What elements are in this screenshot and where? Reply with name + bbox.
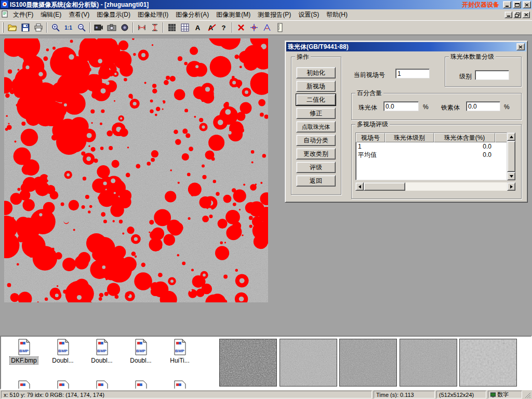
floppy-icon — [21, 23, 30, 32]
data-table-button[interactable] — [178, 21, 191, 34]
cross-marker-icon — [250, 23, 258, 32]
sample-thumbnail[interactable] — [339, 339, 397, 387]
operation-group-label: 操作 — [295, 54, 311, 60]
help-button[interactable]: ? — [217, 21, 230, 34]
close-button[interactable] — [523, 1, 531, 8]
mdi-minimize-button[interactable] — [504, 11, 512, 18]
sample-thumbnail[interactable] — [219, 339, 277, 387]
measure-height-button[interactable] — [148, 21, 161, 34]
menu-view[interactable]: 查看(V) — [65, 9, 93, 21]
change-class-button[interactable]: 更改类别 — [296, 148, 336, 159]
mdi-close-button[interactable] — [522, 11, 530, 18]
scroll-thumb[interactable] — [507, 141, 515, 172]
file-item-partial[interactable] — [83, 380, 121, 390]
micrograph-image[interactable] — [4, 38, 268, 302]
angle-measure-button[interactable] — [260, 21, 273, 34]
init-button[interactable]: 初始化 — [296, 67, 336, 78]
scroll-right-button[interactable] — [507, 182, 515, 191]
sample-thumbnail[interactable] — [459, 339, 517, 387]
bmp-file-icon: BMP — [171, 350, 188, 357]
measure-width-button[interactable] — [135, 21, 148, 34]
table-horizontal-scrollbar[interactable] — [355, 182, 515, 191]
file-item[interactable]: BMP DKF.bmp — [5, 339, 43, 366]
svg-text:BMP: BMP — [58, 349, 68, 353]
save-button[interactable] — [19, 21, 32, 34]
actual-size-button[interactable]: 1:1 — [62, 21, 75, 34]
rate-button[interactable]: 评级 — [296, 162, 336, 173]
new-field-button[interactable]: 新视场 — [296, 81, 336, 92]
col-pearlite-level[interactable]: 珠光体级别 — [385, 133, 434, 142]
toolbar-grip[interactable] — [2, 22, 4, 33]
point-marker-button[interactable] — [247, 21, 260, 34]
binary-image-button[interactable] — [165, 21, 178, 34]
open-button[interactable] — [6, 21, 19, 34]
text-delete-button[interactable]: A — [204, 21, 217, 34]
print-button[interactable] — [32, 21, 45, 34]
current-field-input[interactable] — [395, 69, 430, 78]
ferrite-percent-input[interactable] — [466, 101, 500, 111]
maximize-button[interactable] — [513, 1, 521, 8]
mode-panel: 数字 — [488, 391, 522, 398]
scroll-track[interactable] — [405, 182, 507, 191]
scroll-left-button[interactable] — [355, 182, 364, 191]
file-item[interactable]: BMP Doubl... — [83, 339, 121, 366]
menu-measure-report[interactable]: 测量报告(P) — [254, 9, 295, 21]
sample-thumbnail[interactable] — [280, 339, 337, 387]
file-item-partial[interactable] — [122, 380, 159, 390]
camera-capture-button[interactable] — [105, 21, 118, 34]
file-item[interactable]: BMP Doubl... — [122, 339, 159, 366]
file-item-partial[interactable] — [5, 380, 43, 390]
menu-help[interactable]: 帮助(H) — [323, 9, 351, 21]
caliper-vertical-icon — [151, 23, 159, 32]
scroll-thumb[interactable] — [364, 182, 405, 191]
text-annotate-button[interactable]: A — [191, 21, 204, 34]
col-ferrite[interactable]: 铁素体 — [495, 133, 507, 142]
app-icon — [1, 1, 8, 9]
col-field-no[interactable]: 视场号 — [356, 133, 385, 142]
menu-file[interactable]: 文件(F) — [9, 9, 37, 21]
cell-pearlite-content: 0.0 — [434, 143, 495, 150]
file-item-partial[interactable] — [44, 380, 82, 390]
menu-settings[interactable]: 设置(S) — [295, 9, 323, 21]
auto-classify-button[interactable]: 自动分类 — [296, 135, 336, 146]
minimize-button[interactable] — [503, 1, 511, 8]
sample-thumbnail[interactable] — [400, 339, 457, 387]
zoom-out-button[interactable] — [75, 21, 88, 34]
video-capture-button[interactable] — [92, 21, 105, 34]
toolbar-separator — [132, 22, 134, 33]
correct-button[interactable]: 修正 — [296, 108, 336, 119]
toolbar: 1:1 A A ? — [0, 20, 532, 35]
file-item[interactable]: BMP Doubl... — [44, 339, 82, 366]
col-pearlite-content[interactable]: 珠光体含量(%) — [434, 133, 495, 142]
multi-field-table[interactable]: 视场号 珠光体级别 珠光体含量(%) 铁素体 1 0.0 平均值 0.0 — [355, 132, 507, 180]
arrow-up-icon — [510, 136, 513, 138]
live-view-button[interactable] — [118, 21, 131, 34]
menu-edit[interactable]: 编辑(E) — [37, 9, 65, 21]
dialog-titlebar[interactable]: 珠光体(GB/T9441-88) — [286, 42, 526, 51]
scroll-down-button[interactable] — [507, 172, 515, 180]
dialog-close-button[interactable] — [516, 43, 525, 50]
mdi-child-icon[interactable] — [1, 10, 8, 19]
menu-image-display[interactable]: 图像显示(D) — [93, 9, 134, 21]
grade-level-input[interactable] — [475, 70, 509, 80]
delete-measures-button[interactable] — [234, 21, 247, 34]
calibration-ruler-button[interactable] — [273, 21, 286, 34]
table-vertical-scrollbar[interactable] — [507, 132, 515, 180]
table-row[interactable]: 平均值 0.0 — [356, 151, 507, 159]
menu-image-measure[interactable]: 图像测量(M) — [212, 9, 254, 21]
pearlite-unit: % — [423, 103, 429, 111]
menu-image-process[interactable]: 图像处理(I) — [134, 9, 172, 21]
binarize-button[interactable]: 二值化 — [296, 94, 336, 105]
file-item-partial[interactable] — [161, 380, 198, 390]
resize-grip[interactable] — [524, 391, 531, 398]
pick-pearlite-button[interactable]: 点取珠光体 — [296, 121, 336, 132]
mdi-restore-button[interactable] — [513, 11, 521, 18]
table-row[interactable]: 1 0.0 — [356, 142, 507, 151]
zoom-in-button[interactable] — [49, 21, 62, 34]
file-name: Doubl... — [129, 357, 152, 364]
pearlite-percent-input[interactable] — [383, 101, 419, 111]
file-item[interactable]: BMP HuiTi... — [161, 339, 198, 366]
scroll-up-button[interactable] — [507, 132, 515, 141]
return-button[interactable]: 返回 — [296, 175, 336, 187]
menu-image-analysis[interactable]: 图像分析(A) — [172, 9, 212, 21]
